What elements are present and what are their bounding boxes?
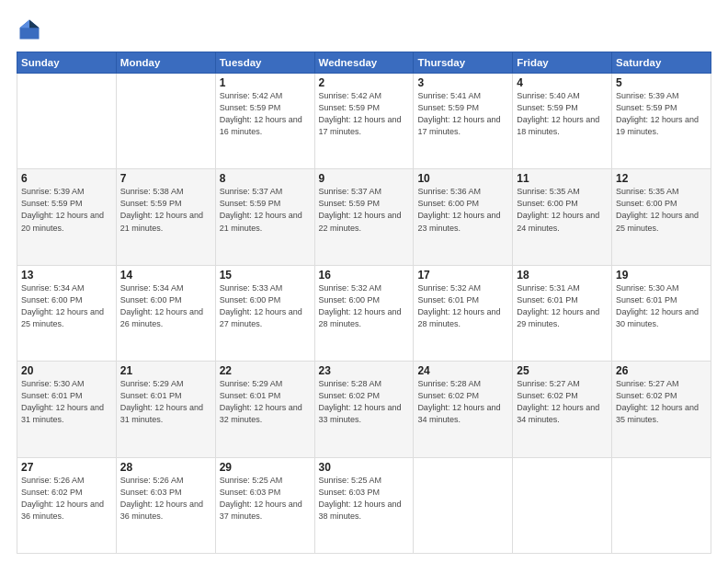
- calendar-week-row: 13Sunrise: 5:34 AMSunset: 6:00 PMDayligh…: [17, 265, 711, 361]
- day-number: 2: [319, 76, 410, 89]
- logo: [17, 17, 46, 42]
- day-number: 3: [417, 76, 508, 89]
- day-info: Sunrise: 5:34 AMSunset: 6:00 PMDaylight:…: [120, 282, 211, 330]
- calendar-day-header: Wednesday: [314, 52, 414, 74]
- calendar-cell: 7Sunrise: 5:38 AMSunset: 5:59 PMDaylight…: [116, 169, 215, 265]
- calendar-cell: [414, 457, 513, 553]
- calendar-cell: 29Sunrise: 5:25 AMSunset: 6:03 PMDayligh…: [215, 457, 314, 553]
- day-number: 4: [517, 76, 608, 89]
- day-info: Sunrise: 5:34 AMSunset: 6:00 PMDaylight:…: [21, 282, 112, 330]
- day-number: 27: [21, 461, 112, 474]
- day-info: Sunrise: 5:29 AMSunset: 6:01 PMDaylight:…: [220, 378, 311, 426]
- calendar-cell: 17Sunrise: 5:32 AMSunset: 6:01 PMDayligh…: [414, 265, 513, 361]
- calendar-cell: 27Sunrise: 5:26 AMSunset: 6:02 PMDayligh…: [17, 457, 117, 553]
- calendar-day-header: Sunday: [17, 52, 117, 74]
- day-number: 24: [417, 364, 508, 377]
- calendar-cell: 25Sunrise: 5:27 AMSunset: 6:02 PMDayligh…: [513, 362, 612, 457]
- day-info: Sunrise: 5:37 AMSunset: 5:59 PMDaylight:…: [319, 186, 410, 234]
- day-number: 5: [616, 76, 707, 89]
- logo-icon: [17, 17, 42, 42]
- day-info: Sunrise: 5:36 AMSunset: 6:00 PMDaylight:…: [417, 186, 508, 234]
- calendar-cell: 10Sunrise: 5:36 AMSunset: 6:00 PMDayligh…: [414, 169, 513, 265]
- calendar-day-header: Monday: [116, 52, 215, 74]
- day-number: 19: [616, 269, 707, 282]
- calendar-cell: [612, 457, 711, 553]
- day-info: Sunrise: 5:25 AMSunset: 6:03 PMDaylight:…: [220, 475, 311, 523]
- calendar-week-row: 20Sunrise: 5:30 AMSunset: 6:01 PMDayligh…: [17, 362, 711, 457]
- calendar-cell: 21Sunrise: 5:29 AMSunset: 6:01 PMDayligh…: [116, 362, 215, 457]
- calendar-cell: 14Sunrise: 5:34 AMSunset: 6:00 PMDayligh…: [116, 265, 215, 361]
- day-number: 13: [21, 269, 112, 282]
- calendar-table: SundayMondayTuesdayWednesdayThursdayFrid…: [17, 52, 711, 554]
- calendar-day-header: Tuesday: [215, 52, 314, 74]
- calendar-cell: 8Sunrise: 5:37 AMSunset: 5:59 PMDaylight…: [215, 169, 314, 265]
- day-number: 20: [21, 364, 112, 377]
- calendar-cell: 4Sunrise: 5:40 AMSunset: 5:59 PMDaylight…: [513, 74, 612, 169]
- day-number: 16: [319, 269, 410, 282]
- day-number: 15: [220, 269, 311, 282]
- calendar-cell: [513, 457, 612, 553]
- day-info: Sunrise: 5:35 AMSunset: 6:00 PMDaylight:…: [616, 186, 707, 234]
- calendar-cell: 19Sunrise: 5:30 AMSunset: 6:01 PMDayligh…: [612, 265, 711, 361]
- day-info: Sunrise: 5:32 AMSunset: 6:01 PMDaylight:…: [417, 282, 508, 330]
- day-info: Sunrise: 5:42 AMSunset: 5:59 PMDaylight:…: [319, 90, 410, 138]
- calendar-cell: 26Sunrise: 5:27 AMSunset: 6:02 PMDayligh…: [612, 362, 711, 457]
- calendar-cell: 28Sunrise: 5:26 AMSunset: 6:03 PMDayligh…: [116, 457, 215, 553]
- day-number: 14: [120, 269, 211, 282]
- day-number: 22: [220, 364, 311, 377]
- calendar-week-row: 27Sunrise: 5:26 AMSunset: 6:02 PMDayligh…: [17, 457, 711, 553]
- day-info: Sunrise: 5:25 AMSunset: 6:03 PMDaylight:…: [319, 475, 410, 523]
- day-info: Sunrise: 5:29 AMSunset: 6:01 PMDaylight:…: [120, 378, 211, 426]
- day-number: 23: [319, 364, 410, 377]
- day-info: Sunrise: 5:31 AMSunset: 6:01 PMDaylight:…: [517, 282, 608, 330]
- calendar-header-row: SundayMondayTuesdayWednesdayThursdayFrid…: [17, 52, 711, 74]
- day-number: 6: [21, 172, 112, 185]
- calendar-cell: 9Sunrise: 5:37 AMSunset: 5:59 PMDaylight…: [314, 169, 414, 265]
- calendar-cell: 1Sunrise: 5:42 AMSunset: 5:59 PMDaylight…: [215, 74, 314, 169]
- day-info: Sunrise: 5:32 AMSunset: 6:00 PMDaylight:…: [319, 282, 410, 330]
- calendar-cell: [116, 74, 215, 169]
- calendar-day-header: Friday: [513, 52, 612, 74]
- day-info: Sunrise: 5:26 AMSunset: 6:03 PMDaylight:…: [120, 475, 211, 523]
- calendar-cell: 24Sunrise: 5:28 AMSunset: 6:02 PMDayligh…: [414, 362, 513, 457]
- day-number: 17: [417, 269, 508, 282]
- day-number: 12: [616, 172, 707, 185]
- calendar-cell: 6Sunrise: 5:39 AMSunset: 5:59 PMDaylight…: [17, 169, 117, 265]
- page: SundayMondayTuesdayWednesdayThursdayFrid…: [0, 0, 728, 563]
- day-info: Sunrise: 5:33 AMSunset: 6:00 PMDaylight:…: [220, 282, 311, 330]
- calendar-cell: 13Sunrise: 5:34 AMSunset: 6:00 PMDayligh…: [17, 265, 117, 361]
- calendar-day-header: Saturday: [612, 52, 711, 74]
- calendar-cell: 15Sunrise: 5:33 AMSunset: 6:00 PMDayligh…: [215, 265, 314, 361]
- calendar-week-row: 6Sunrise: 5:39 AMSunset: 5:59 PMDaylight…: [17, 169, 711, 265]
- calendar-cell: 30Sunrise: 5:25 AMSunset: 6:03 PMDayligh…: [314, 457, 414, 553]
- calendar-day-header: Thursday: [414, 52, 513, 74]
- day-info: Sunrise: 5:39 AMSunset: 5:59 PMDaylight:…: [21, 186, 112, 234]
- day-info: Sunrise: 5:27 AMSunset: 6:02 PMDaylight:…: [517, 378, 608, 426]
- day-number: 21: [120, 364, 211, 377]
- day-info: Sunrise: 5:30 AMSunset: 6:01 PMDaylight:…: [21, 378, 112, 426]
- calendar-cell: 2Sunrise: 5:42 AMSunset: 5:59 PMDaylight…: [314, 74, 414, 169]
- day-info: Sunrise: 5:30 AMSunset: 6:01 PMDaylight:…: [616, 282, 707, 330]
- day-number: 10: [417, 172, 508, 185]
- day-number: 25: [517, 364, 608, 377]
- header: [17, 17, 711, 42]
- day-number: 7: [120, 172, 211, 185]
- day-info: Sunrise: 5:40 AMSunset: 5:59 PMDaylight:…: [517, 90, 608, 138]
- day-number: 29: [220, 461, 311, 474]
- svg-marker-1: [29, 20, 40, 29]
- calendar-cell: 23Sunrise: 5:28 AMSunset: 6:02 PMDayligh…: [314, 362, 414, 457]
- day-info: Sunrise: 5:28 AMSunset: 6:02 PMDaylight:…: [319, 378, 410, 426]
- day-number: 26: [616, 364, 707, 377]
- day-info: Sunrise: 5:39 AMSunset: 5:59 PMDaylight:…: [616, 90, 707, 138]
- day-info: Sunrise: 5:42 AMSunset: 5:59 PMDaylight:…: [220, 90, 311, 138]
- day-number: 8: [220, 172, 311, 185]
- day-number: 28: [120, 461, 211, 474]
- day-number: 9: [319, 172, 410, 185]
- day-number: 11: [517, 172, 608, 185]
- day-number: 30: [319, 461, 410, 474]
- calendar-cell: 11Sunrise: 5:35 AMSunset: 6:00 PMDayligh…: [513, 169, 612, 265]
- calendar-cell: 18Sunrise: 5:31 AMSunset: 6:01 PMDayligh…: [513, 265, 612, 361]
- day-info: Sunrise: 5:41 AMSunset: 5:59 PMDaylight:…: [417, 90, 508, 138]
- svg-marker-2: [20, 20, 30, 29]
- calendar-cell: 16Sunrise: 5:32 AMSunset: 6:00 PMDayligh…: [314, 265, 414, 361]
